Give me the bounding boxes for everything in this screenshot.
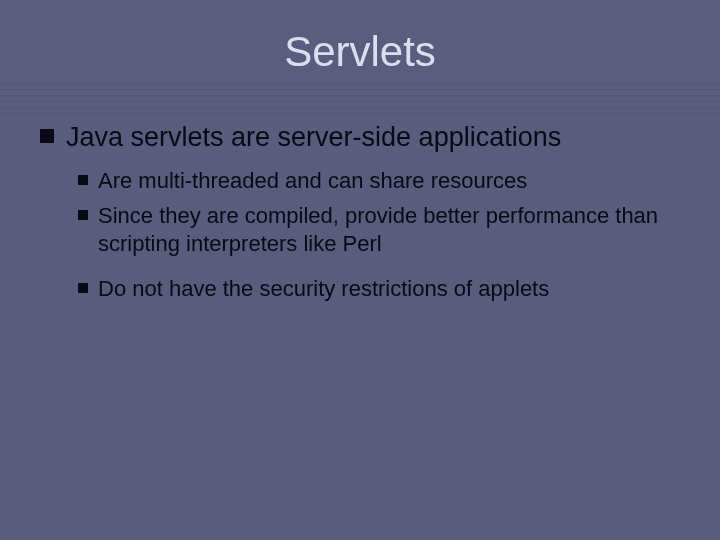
sub-bullet: Since they are compiled, provide better …: [78, 202, 680, 259]
slide-content: Java servlets are server-side applicatio…: [0, 100, 720, 303]
sub-bullet: Are multi-threaded and can share resourc…: [78, 167, 680, 196]
square-bullet-icon: [78, 283, 88, 293]
sub-bullet-text: Are multi-threaded and can share resourc…: [98, 167, 527, 196]
sub-bullet-text: Since they are compiled, provide better …: [98, 202, 680, 259]
main-bullet-text: Java servlets are server-side applicatio…: [66, 120, 561, 155]
square-bullet-icon: [78, 175, 88, 185]
square-bullet-icon: [40, 129, 54, 143]
sub-bullet: Do not have the security restrictions of…: [78, 275, 680, 304]
main-bullet: Java servlets are server-side applicatio…: [40, 120, 680, 155]
sub-bullet-list: Are multi-threaded and can share resourc…: [40, 167, 680, 303]
slide-title: Servlets: [0, 0, 720, 100]
square-bullet-icon: [78, 210, 88, 220]
sub-bullet-text: Do not have the security restrictions of…: [98, 275, 549, 304]
